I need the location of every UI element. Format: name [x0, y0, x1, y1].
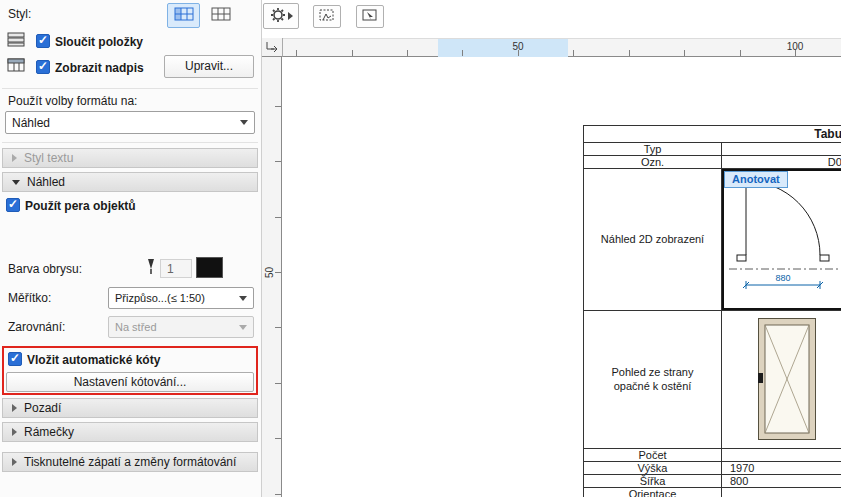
section-borders-label: Rámečky [24, 425, 74, 439]
use-object-pens-label[interactable]: Použít pera objektů [25, 199, 136, 213]
edit-title-button[interactable]: Upravit... [164, 55, 254, 78]
auto-dimensions-label[interactable]: Vložit automatické kóty [27, 353, 160, 367]
merge-items-label[interactable]: Sloučit položky [55, 35, 143, 49]
header-type[interactable]: Typ [584, 143, 722, 156]
section-text-style[interactable]: Styl textu [2, 148, 258, 168]
chevron-right-icon [12, 428, 17, 436]
header-doors[interactable]: Dveře [722, 143, 841, 156]
outline-color-label: Barva obrysu: [8, 262, 82, 276]
chevron-down-icon [239, 296, 247, 301]
row-label-orientation[interactable]: Orientace [584, 488, 722, 497]
cell-width-d01[interactable]: 800 [722, 475, 841, 488]
ruler-origin-button[interactable] [262, 38, 283, 57]
format-target-value: Náhled [12, 116, 50, 130]
dimension-d01: 880 [775, 273, 790, 283]
show-title-icon [6, 57, 26, 76]
chevron-right-icon [12, 404, 17, 412]
section-background-label: Pozadí [24, 401, 61, 415]
section-footer[interactable]: Tisknutelné zápatí a změny formátování [2, 452, 258, 472]
format-options-button[interactable] [356, 5, 384, 28]
ruler-mark-v50: 50 [264, 267, 275, 278]
format-target-dropdown[interactable]: Náhled [5, 111, 255, 134]
vertical-ruler: 50 [262, 57, 282, 497]
ruler-mark-100: 100 [783, 41, 807, 52]
style-label: Styl: [8, 7, 31, 21]
merge-items-icon [6, 31, 26, 50]
selected-column-highlight [438, 39, 568, 57]
row-label-ozn[interactable]: Ozn. [584, 156, 722, 169]
table-view-icon [211, 7, 231, 24]
cell-orientation-d01[interactable]: L [722, 488, 841, 497]
format-sidebar: Styl: Sloučit položky Zobrazit nadpis Up… [0, 0, 262, 497]
row-label-height[interactable]: Výška [584, 462, 722, 475]
door-plan-d01: 880 [725, 171, 841, 309]
scale-label: Měřítko: [8, 291, 51, 305]
scale-value: Přizpůso...(≤ 1:50) [115, 292, 205, 304]
alignment-dropdown: Na střed [108, 316, 254, 338]
horizontal-ruler: 50 100 [262, 38, 841, 57]
section-preview-label: Náhled [27, 175, 65, 189]
divider [2, 88, 258, 89]
format-target-label: Použít volby formátu na: [8, 94, 137, 108]
style-grid-view-button[interactable] [167, 3, 200, 28]
preview-cell-d01[interactable]: Anotovat 880 [722, 169, 841, 311]
table-title[interactable]: Tabulka dveří [584, 126, 841, 143]
settings-menu-button[interactable] [263, 3, 299, 29]
pen-icon [144, 258, 158, 279]
chevron-right-icon [12, 458, 17, 466]
pen-color-swatch[interactable] [196, 257, 223, 278]
cell-count-d01[interactable]: 1 [722, 449, 841, 462]
origin-arrow-icon [265, 40, 279, 55]
use-object-pens-checkbox[interactable] [6, 198, 20, 212]
annotate-button[interactable]: Anotovat [724, 171, 788, 188]
door-schedule-table: Tabulka dveří Typ Dveře Ozn. D01 D02 D03… [583, 125, 841, 497]
row-label-count[interactable]: Počet [584, 449, 722, 462]
row-label-side-view[interactable]: Pohled ze strany opačné k ostění [584, 311, 722, 449]
select-region-button[interactable] [313, 5, 341, 28]
section-text-style-label: Styl textu [24, 151, 73, 165]
alignment-label: Zarovnání: [8, 320, 65, 334]
section-preview[interactable]: Náhled [2, 172, 258, 192]
arrow-cursor-icon [361, 8, 379, 26]
divider [2, 142, 258, 143]
scale-dropdown[interactable]: Přizpůso...(≤ 1:50) [108, 287, 254, 309]
grid-view-icon [174, 7, 194, 24]
chevron-down-icon [12, 180, 20, 185]
ruler-mark-50: 50 [506, 41, 530, 52]
show-title-checkbox[interactable] [36, 60, 50, 74]
chevron-right-icon [288, 12, 293, 20]
auto-dimensions-checkbox[interactable] [8, 352, 22, 366]
drawing-canvas[interactable]: Tabulka dveří Typ Dveře Ozn. D01 D02 D03… [283, 57, 841, 497]
section-borders[interactable]: Rámečky [2, 422, 258, 442]
gear-icon [270, 7, 286, 26]
chevron-down-icon [239, 325, 247, 330]
column-id-d01[interactable]: D01 [722, 156, 841, 169]
alignment-value: Na střed [115, 321, 157, 333]
show-title-label[interactable]: Zobrazit nadpis [55, 61, 144, 75]
row-label-width[interactable]: Šířka [584, 475, 722, 488]
door-elevation-d01 [757, 317, 817, 443]
merge-items-checkbox[interactable] [36, 34, 50, 48]
pen-number-field[interactable]: 1 [160, 259, 192, 278]
section-footer-label: Tisknutelné zápatí a změny formátování [24, 455, 236, 469]
style-table-view-button[interactable] [204, 3, 237, 28]
row-label-preview-2d[interactable]: Náhled 2D zobrazení [584, 169, 722, 311]
section-background[interactable]: Pozadí [2, 398, 258, 418]
chevron-down-icon [240, 120, 248, 125]
dimension-settings-button[interactable]: Nastavení kótování... [6, 372, 254, 392]
cell-height-d01[interactable]: 1970 [722, 462, 841, 475]
elevation-cell-d01[interactable] [722, 311, 841, 449]
chevron-right-icon [12, 154, 17, 162]
selection-rectangle-icon [318, 8, 336, 26]
